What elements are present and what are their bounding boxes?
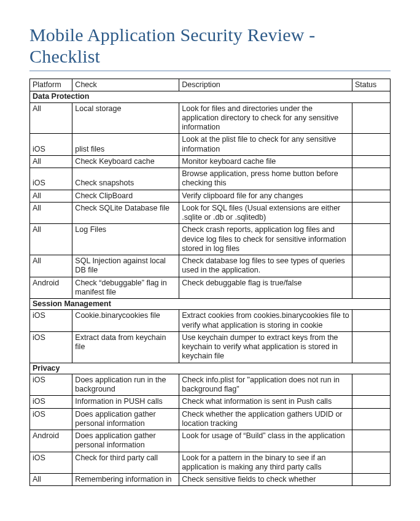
header-check: Check [72,79,179,91]
cell-platform: All [30,190,72,202]
table-row: iOSCheck for third party callLook for a … [30,452,391,474]
section-label: Session Management [30,299,391,310]
cell-check: Check snapshots [72,168,179,190]
table-row: iOSplist filesLook at the plist file to … [30,134,391,156]
cell-platform: All [30,202,72,224]
table-row: AllLog FilesCheck crash reports, applica… [30,224,391,255]
cell-status [352,134,390,156]
cell-description: Look for files and directories under the… [179,102,352,134]
cell-check: Information in PUSH calls [72,396,179,408]
cell-platform: iOS [30,310,72,332]
cell-status [352,408,390,430]
section-label: Privacy [30,363,391,374]
cell-platform: All [30,224,72,255]
table-row: AllCheck ClipBoardVerify clipboard file … [30,190,391,202]
cell-check: Does application gather personal informa… [72,430,179,452]
cell-check: Does application gather personal informa… [72,408,179,430]
header-platform: Platform [30,79,72,91]
cell-check: Check “debuggable” flag in manifest file [72,277,179,299]
cell-check: Cookie.binarycookies file [72,310,179,332]
cell-check: Check SQLite Database file [72,202,179,224]
table-row: AllCheck SQLite Database fileLook for SQ… [30,202,391,224]
cell-platform: All [30,155,72,168]
cell-platform: iOS [30,408,72,430]
table-row: AndroidDoes application gather personal … [30,430,391,452]
cell-status [352,202,390,224]
cell-check: SQL Injection against local DB file [72,255,179,277]
cell-platform: iOS [30,168,72,190]
cell-description: Use keychain dumper to extract keys from… [179,331,352,363]
cell-platform: iOS [30,331,72,363]
cell-description: Check database log files to see types of… [179,255,352,277]
cell-status [352,102,390,134]
header-description: Description [179,79,352,91]
cell-platform: iOS [30,134,72,156]
cell-platform: All [30,255,72,277]
cell-check: Log Files [72,224,179,255]
cell-platform: iOS [30,452,72,474]
section-row: Privacy [30,363,391,374]
cell-description: Look for a pattern in the binary to see … [179,452,352,474]
section-row: Session Management [30,299,391,310]
table-row: iOSDoes application gather personal info… [30,408,391,430]
section-row: Data Protection [30,91,391,102]
cell-platform: iOS [30,396,72,408]
table-row: AllLocal storageLook for files and direc… [30,102,391,134]
cell-check: Check for third party call [72,452,179,474]
cell-check: Does application run in the background [72,374,179,396]
cell-check: Check Keyboard cache [72,155,179,168]
cell-description: Check crash reports, application log fil… [179,224,352,255]
cell-description: Look for SQL files (Usual extensions are… [179,202,352,224]
cell-description: Look at the plist file to check for any … [179,134,352,156]
cell-status [352,224,390,255]
table-row: iOSExtract data from keychain fileUse ke… [30,331,391,363]
table-header-row: Platform Check Description Status [30,79,391,91]
cell-status [352,331,390,363]
table-row: iOSDoes application run in the backgroun… [30,374,391,396]
cell-status [352,255,390,277]
cell-status [352,374,390,396]
cell-description: Check debuggable flag is true/false [179,277,352,299]
cell-status [352,310,390,332]
table-row: iOSCheck snapshotsBrowse application, pr… [30,168,391,190]
table-row: iOSCookie.binarycookies fileExtract cook… [30,310,391,332]
cell-status [352,430,390,452]
cell-description: Check info.plist for "application does n… [179,374,352,396]
cell-status [352,190,390,202]
section-label: Data Protection [30,91,391,102]
table-row: AndroidCheck “debuggable” flag in manife… [30,277,391,299]
cell-platform: Android [30,277,72,299]
cell-description: Verify clipboard file for any changes [179,190,352,202]
cell-check: plist files [72,134,179,156]
cell-description: Monitor keyboard cache file [179,155,352,168]
checklist-table: Platform Check Description Status Data P… [29,79,391,486]
cell-status [352,396,390,408]
cell-description: Check whether the application gathers UD… [179,408,352,430]
cell-description: Check sensitive fields to check whether [179,474,352,486]
cell-status [352,168,390,190]
cell-status [352,474,390,486]
cell-platform: All [30,102,72,134]
header-status: Status [352,79,390,91]
table-row: iOSInformation in PUSH callsCheck what i… [30,396,391,408]
cell-check: Extract data from keychain file [72,331,179,363]
table-row: AllCheck Keyboard cacheMonitor keyboard … [30,155,391,168]
cell-check: Check ClipBoard [72,190,179,202]
cell-platform: Android [30,430,72,452]
cell-description: Look for usage of “Build” class in the a… [179,430,352,452]
cell-description: Browse application, press home button be… [179,168,352,190]
page-title: Mobile Application Security Review - Che… [29,25,391,71]
cell-status [352,277,390,299]
cell-status [352,452,390,474]
cell-platform: iOS [30,374,72,396]
table-row: AllSQL Injection against local DB fileCh… [30,255,391,277]
cell-description: Extract cookies from cookies.binarycooki… [179,310,352,332]
cell-platform: All [30,474,72,486]
table-row: AllRemembering information inCheck sensi… [30,474,391,486]
cell-check: Remembering information in [72,474,179,486]
cell-description: Check what information is sent in Push c… [179,396,352,408]
cell-status [352,155,390,168]
cell-check: Local storage [72,102,179,134]
